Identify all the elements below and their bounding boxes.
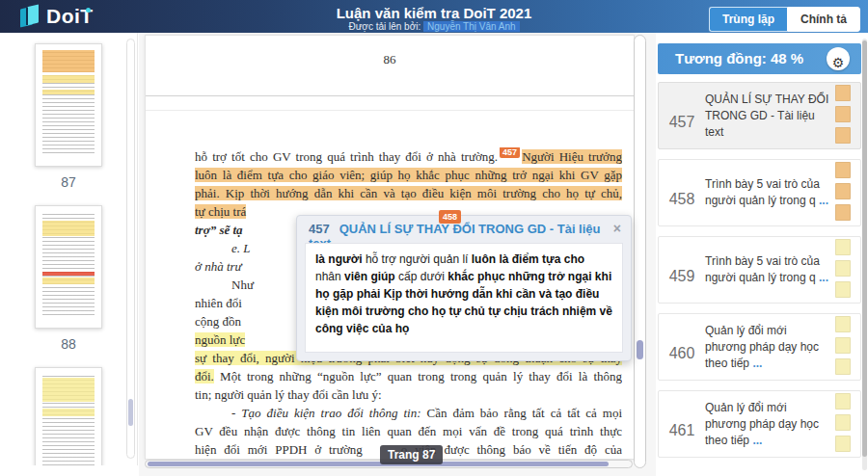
popup-text-segment: luôn là điểm tựa cho [472, 252, 584, 266]
popup-text-segment: hỗ trợ người quản lí [366, 252, 472, 266]
thumbnail-scrollbar-thumb[interactable] [128, 399, 133, 426]
match-number: 460 [659, 345, 705, 362]
page-thumbnail-panel: 8788 [0, 33, 138, 465]
ellipsis-link[interactable]: ... [749, 357, 762, 370]
horizontal-scrollbar-thumb[interactable] [148, 462, 609, 466]
text-segment: ở nhà trư [195, 259, 242, 274]
match-number: 458 [659, 191, 705, 208]
text-segment: Cần đảm bảo rằng tất cả tất cả mọi [427, 406, 622, 420]
similarity-scrollbar [862, 39, 867, 470]
text-segment: nhiên đổi [195, 296, 242, 310]
header-bar: DoiT Luận văn kiểm tra DoiT 2021 Được tả… [0, 0, 868, 33]
document-text-line: tin; người quản lý thay đổi cần lưu ý: [195, 385, 622, 404]
match-list-item[interactable]: 457QUẢN LÍ SỰ THAY ĐỔI TRONG GD - Tài li… [658, 82, 861, 149]
match-fragment-block[interactable] [835, 204, 851, 221]
close-icon[interactable]: × [613, 222, 621, 235]
match-fragment-block[interactable] [835, 183, 851, 199]
thumbnail-highlight [42, 272, 95, 276]
match-fragment-block[interactable] [835, 239, 851, 255]
page-thumbnail[interactable] [35, 205, 102, 329]
thumbnail-list: 8788 [0, 33, 137, 465]
match-badge[interactable]: 457 [500, 147, 520, 158]
document-text-line: đổi. Một trong những “nguồn lực” quan tr… [195, 367, 622, 385]
text-segment: hỗ trợ tốt cho GV trong quá trình thay đ… [195, 149, 498, 164]
match-title: Quản lý đổi mới phương pháp dạy học theo… [705, 315, 833, 380]
match-fragment-block[interactable] [835, 358, 851, 375]
popup-text-segment: nhân [315, 270, 344, 283]
document-text-line: hỗ trợ tốt cho GV trong quá trình thay đ… [195, 147, 622, 166]
text-segment: tin; người quản lý thay đổi cần lưu ý: [195, 387, 382, 402]
text-segment: nguồn lực [195, 332, 245, 347]
match-fragment-block[interactable] [835, 127, 851, 144]
match-fragment-block[interactable] [835, 414, 851, 431]
match-fragment-block[interactable] [835, 337, 851, 354]
match-fragment-block[interactable] [835, 436, 851, 452]
text-segment: trợ” sẽ tạ [195, 223, 243, 237]
popup-text-segment: là người [315, 252, 366, 266]
text-segment: GV đều nhận được thông tin liên quan đến… [195, 424, 622, 438]
page-thumbnail[interactable] [35, 43, 102, 167]
page-separator [146, 95, 634, 96]
popup-matched-text: là người hỗ trợ người quản lí luôn là đi… [305, 243, 623, 353]
document-text-line: GV đều nhận được thông tin liên quan đến… [195, 422, 622, 440]
thumbnail-page-label: 87 [0, 174, 137, 190]
match-number: 461 [659, 422, 705, 439]
page-separator [146, 110, 634, 111]
match-number: 457 [659, 114, 705, 131]
thumbnail-highlight [42, 75, 95, 84]
document-text-line: - Tạo điều kiện trao đổi thông tin: Cần … [195, 404, 622, 422]
app-window: DoiT Luận văn kiểm tra DoiT 2021 Được tả… [0, 0, 868, 476]
text-segment: Như [231, 278, 254, 292]
thumbnail-highlight [42, 378, 95, 402]
document-text-line: phải. Kịp thời hướng dẫn khi cần và tạo … [195, 184, 622, 202]
ellipsis-link[interactable]: ... [749, 434, 762, 447]
ellipsis-link[interactable]: ... [816, 194, 828, 207]
match-fragment-block[interactable] [835, 281, 851, 298]
settings-button[interactable]: ⚙ [827, 47, 850, 70]
thumbnail-highlight [42, 90, 95, 94]
match-list-item[interactable]: 459Trình bày 5 vai trò của người quản lý… [658, 236, 861, 304]
match-badge-458[interactable]: 458 [439, 210, 461, 224]
uploaded-by-name[interactable]: Nguyễn Thị Vân Anh [423, 21, 520, 32]
previous-page-number: 86 [146, 36, 634, 67]
thumbnail-highlight [42, 221, 95, 236]
match-fragment-block[interactable] [835, 260, 851, 277]
match-title: Trình bày 5 vai trò của người quản lý tr… [705, 246, 833, 294]
popup-text-segment: cấp dưới [398, 270, 448, 283]
page-thumbnail[interactable] [35, 367, 102, 465]
document-scrollbar [634, 35, 646, 468]
duplicate-mode-button[interactable]: Trùng lặp [709, 7, 787, 32]
text-segment: cộng đồn [195, 314, 241, 329]
match-fragment-blocks [833, 391, 860, 457]
gear-icon: ⚙ [832, 55, 845, 70]
match-fragment-blocks [833, 83, 860, 148]
match-number: 459 [659, 268, 705, 285]
text-segment: Một trong những “nguồn lực” quan trong t… [214, 369, 622, 383]
current-page-indicator: Trang 87 [380, 445, 443, 464]
popup-text-segment: viên giúp [344, 270, 398, 283]
match-fragment-block[interactable] [835, 85, 851, 101]
match-detail-popup: 457QUẢN LÍ SỰ THAY ĐỔI TRONG GD - Tài li… [296, 215, 632, 361]
text-segment: đổi. [195, 369, 214, 383]
match-title: QUẢN LÍ SỰ THAY ĐỔI TRONG GD - Tài liệu … [705, 84, 833, 148]
match-title: Trình bày 5 vai trò của người quản lý tr… [705, 169, 833, 217]
text-segment: hiện đổi mới PPDH ở trường [195, 442, 363, 457]
thumbnail-page-label: 88 [0, 336, 137, 352]
match-fragment-block[interactable] [835, 316, 851, 332]
similarity-scrollbar-thumb[interactable] [862, 40, 867, 457]
document-scrollbar-thumb[interactable] [637, 340, 643, 359]
text-segment: tự chịu trá [195, 204, 246, 219]
ellipsis-link[interactable]: ... [816, 271, 828, 284]
match-title: Quản lý đổi mới phương pháp dạy học theo… [705, 392, 833, 457]
match-list-item[interactable]: 458Trình bày 5 vai trò của người quản lý… [658, 159, 861, 226]
match-fragment-blocks [833, 314, 860, 380]
thumbnail-highlight [42, 409, 95, 417]
match-list-item[interactable]: 461Quản lý đổi mới phương pháp dạy học t… [658, 390, 861, 458]
text-segment: - Tạo điều kiện trao đổi thông tin: [231, 406, 427, 420]
match-fragment-block[interactable] [835, 162, 851, 178]
match-fragment-block[interactable] [835, 393, 851, 410]
spelling-mode-button[interactable]: Chính tả [787, 7, 860, 32]
match-list-item[interactable]: 460Quản lý đổi mới phương pháp dạy học t… [658, 313, 861, 381]
match-fragment-block[interactable] [835, 106, 851, 122]
text-segment: luôn là điểm tựa cho giáo viên; giúp họ … [195, 168, 622, 182]
